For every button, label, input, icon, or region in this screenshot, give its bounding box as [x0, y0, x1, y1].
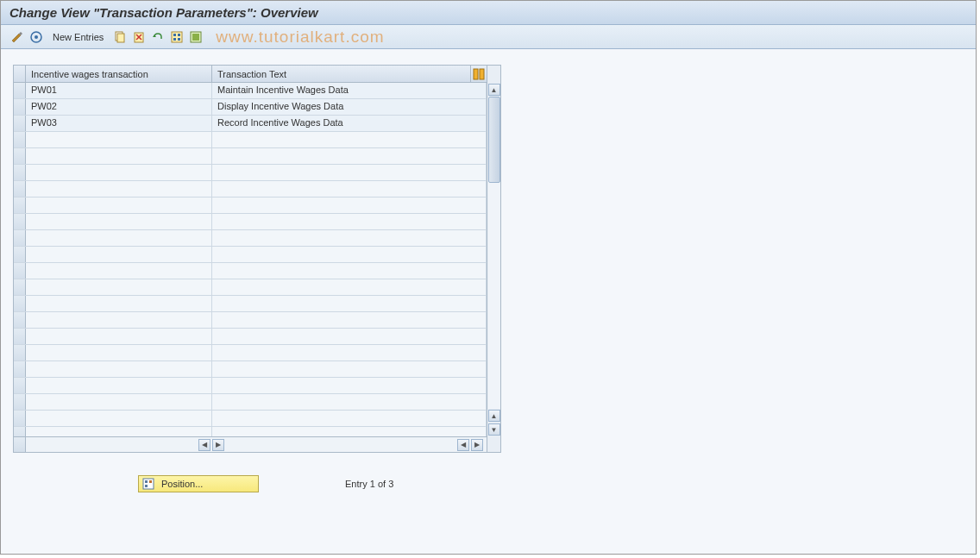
cell-text[interactable]: Maintain Incentive Wages Data: [212, 83, 487, 98]
cell-text[interactable]: [212, 214, 487, 229]
cell-text[interactable]: [212, 263, 487, 279]
row-selector[interactable]: [14, 197, 26, 213]
row-selector[interactable]: [14, 279, 26, 295]
toggle-display-change-icon[interactable]: [9, 29, 25, 45]
cell-text[interactable]: [212, 329, 487, 344]
cell-text[interactable]: [212, 279, 487, 295]
cell-text[interactable]: [212, 132, 487, 147]
cell-text[interactable]: [212, 312, 487, 328]
delete-icon[interactable]: [131, 29, 147, 45]
position-button-label: Position...: [161, 479, 203, 489]
cell-text[interactable]: [212, 230, 487, 246]
cell-transaction[interactable]: [26, 214, 212, 229]
cell-text[interactable]: [212, 411, 487, 426]
table-row: [14, 165, 487, 181]
cell-transaction[interactable]: [26, 263, 212, 279]
cell-text[interactable]: [212, 296, 487, 311]
cell-transaction[interactable]: [26, 312, 212, 328]
cell-transaction[interactable]: [26, 148, 212, 164]
row-selector[interactable]: [14, 411, 26, 426]
row-selector[interactable]: [14, 83, 26, 98]
copy-as-icon[interactable]: [112, 29, 128, 45]
hscroll-right-col1[interactable]: ▶: [212, 439, 224, 451]
cell-text[interactable]: Record Incentive Wages Data: [212, 116, 487, 131]
position-button[interactable]: Position...: [138, 475, 259, 492]
cell-text[interactable]: [212, 345, 487, 361]
cell-text[interactable]: Display Incentive Wages Data: [212, 99, 487, 115]
row-selector[interactable]: [14, 361, 26, 377]
vscrollbar[interactable]: ▲ ▲ ▼: [487, 66, 500, 452]
row-selector[interactable]: [14, 345, 26, 361]
select-block-icon[interactable]: [188, 29, 204, 45]
cell-text[interactable]: [212, 197, 487, 213]
cell-transaction[interactable]: PW01: [26, 83, 212, 98]
row-selector[interactable]: [14, 329, 26, 344]
row-selector[interactable]: [14, 263, 26, 279]
row-selector[interactable]: [14, 165, 26, 180]
cell-transaction[interactable]: [26, 132, 212, 147]
cell-text[interactable]: [212, 394, 487, 410]
table-row: [14, 214, 487, 230]
cell-text[interactable]: [212, 247, 487, 262]
cell-transaction[interactable]: [26, 247, 212, 262]
cell-text[interactable]: [212, 148, 487, 164]
row-selector[interactable]: [14, 116, 26, 131]
undo-change-icon[interactable]: [150, 29, 166, 45]
cell-text[interactable]: [212, 165, 487, 180]
svg-rect-7: [178, 34, 180, 36]
table-settings-icon[interactable]: [471, 66, 487, 82]
table-row: [14, 312, 487, 329]
cell-transaction[interactable]: [26, 296, 212, 311]
row-selector[interactable]: [14, 132, 26, 147]
cell-transaction[interactable]: [26, 230, 212, 246]
cell-text[interactable]: [212, 181, 487, 197]
cell-transaction[interactable]: [26, 411, 212, 426]
row-selector[interactable]: [14, 99, 26, 115]
cell-transaction[interactable]: PW02: [26, 99, 212, 115]
other-view-icon[interactable]: [28, 29, 44, 45]
vscroll-thumb[interactable]: [488, 97, 500, 183]
new-entries-button[interactable]: New Entries: [47, 32, 109, 42]
hscroll-left-col1[interactable]: ◀: [198, 439, 210, 451]
hscroll-right-col2[interactable]: ▶: [471, 439, 483, 451]
svg-rect-3: [117, 34, 124, 42]
row-selector[interactable]: [14, 214, 26, 229]
cell-transaction[interactable]: [26, 345, 212, 361]
vscroll-track[interactable]: [488, 97, 500, 409]
row-selector[interactable]: [14, 181, 26, 197]
cell-text[interactable]: [212, 378, 487, 393]
cell-transaction[interactable]: [26, 181, 212, 197]
cell-transaction[interactable]: [26, 394, 212, 410]
table-row: [14, 378, 487, 394]
row-selector[interactable]: [14, 312, 26, 328]
cell-transaction[interactable]: [26, 329, 212, 344]
row-selector[interactable]: [14, 394, 26, 410]
row-selector[interactable]: [14, 148, 26, 164]
cell-transaction[interactable]: [26, 197, 212, 213]
vscroll-down[interactable]: ▼: [488, 423, 500, 436]
hscroll-left-col2[interactable]: ◀: [457, 439, 469, 451]
cell-transaction[interactable]: PW03: [26, 116, 212, 131]
row-selector[interactable]: [14, 247, 26, 262]
svg-point-1: [35, 35, 38, 39]
vscroll-up[interactable]: ▲: [488, 84, 500, 96]
cell-transaction[interactable]: [26, 361, 212, 377]
row-selector-header[interactable]: [14, 66, 26, 82]
cell-transaction[interactable]: [26, 378, 212, 393]
row-selector[interactable]: [14, 378, 26, 393]
col-header-text[interactable]: Transaction Text: [212, 66, 471, 82]
table-header-row: Incentive wages transaction Transaction …: [14, 66, 487, 83]
vscroll-down-step[interactable]: ▲: [488, 410, 500, 422]
cell-transaction[interactable]: [26, 279, 212, 295]
select-all-icon[interactable]: [169, 29, 185, 45]
row-selector[interactable]: [14, 427, 26, 436]
table-row: [14, 181, 487, 197]
col-header-transaction[interactable]: Incentive wages transaction: [26, 66, 212, 82]
row-selector[interactable]: [14, 296, 26, 311]
cell-text[interactable]: [212, 427, 487, 436]
cell-transaction[interactable]: [26, 427, 212, 436]
row-selector[interactable]: [14, 230, 26, 246]
table-row: [14, 329, 487, 345]
cell-transaction[interactable]: [26, 165, 212, 180]
cell-text[interactable]: [212, 361, 487, 377]
